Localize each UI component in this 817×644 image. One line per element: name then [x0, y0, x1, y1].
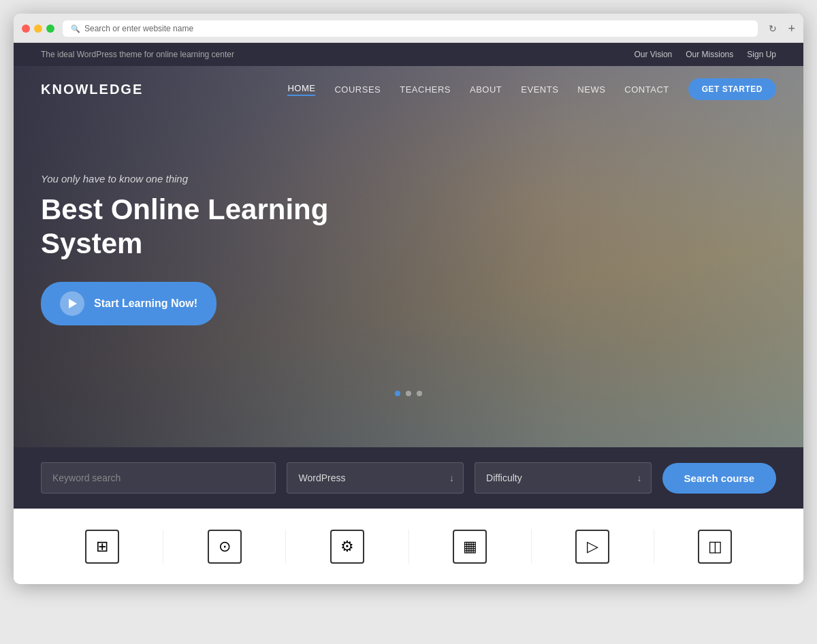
icon-item-4[interactable]: ▦ — [409, 530, 532, 564]
our-missions-link[interactable]: Our Missions — [686, 50, 733, 59]
category-icon-4: ▦ — [453, 530, 487, 564]
our-vision-link[interactable]: Our Vision — [634, 50, 672, 59]
nav-courses[interactable]: COURSES — [334, 84, 381, 95]
hero-cta-label: Start Learning Now! — [94, 297, 197, 310]
dot-1[interactable] — [395, 391, 400, 396]
dot-2[interactable] — [406, 391, 411, 396]
hero-title: Best Online Learning System — [41, 193, 422, 261]
maximize-button[interactable] — [46, 25, 54, 33]
minimize-button[interactable] — [34, 25, 42, 33]
nav-home[interactable]: HOME — [287, 83, 315, 96]
nav-news[interactable]: NEWS — [577, 84, 605, 95]
top-bar: The ideal WordPress theme for online lea… — [14, 43, 803, 66]
dot-3[interactable] — [417, 391, 422, 396]
nav-contact[interactable]: CONTACT — [624, 84, 669, 95]
category-icon-5: ▷ — [575, 530, 609, 564]
search-icon: 🔍 — [71, 25, 80, 33]
hero-content: You only have to know one thing Best Onl… — [41, 173, 422, 325]
hero-section: KNOWLEDGE HOME COURSES TEACHERS ABOUT EV… — [14, 66, 803, 447]
sign-up-link[interactable]: Sign Up — [747, 50, 776, 59]
close-button[interactable] — [22, 25, 30, 33]
nav-teachers[interactable]: TEACHERS — [400, 84, 451, 95]
icon-item-1[interactable]: ⊞ — [41, 530, 163, 564]
play-icon — [60, 291, 84, 316]
browser-window: 🔍 Search or enter website name ↻ + The i… — [14, 14, 803, 584]
icon-item-6[interactable]: ◫ — [654, 530, 776, 564]
icon-item-5[interactable]: ▷ — [532, 530, 654, 564]
start-learning-button[interactable]: Start Learning Now! — [41, 282, 217, 325]
nav-about[interactable]: ABOUT — [470, 84, 502, 95]
difficulty-select[interactable]: Difficulty Beginner Intermediate Advance… — [475, 462, 652, 494]
address-bar[interactable]: 🔍 Search or enter website name — [63, 20, 758, 37]
hero-subtitle: You only have to know one thing — [41, 173, 422, 184]
main-nav: KNOWLEDGE HOME COURSES TEACHERS ABOUT EV… — [14, 66, 803, 112]
website: The ideal WordPress theme for online lea… — [14, 43, 803, 584]
difficulty-select-wrapper: Difficulty Beginner Intermediate Advance… — [475, 462, 652, 494]
search-bar: WordPress Design Development Marketing ↓… — [14, 447, 803, 509]
address-text: Search or enter website name — [84, 24, 193, 33]
icon-item-2[interactable]: ⊙ — [163, 530, 286, 564]
icon-bar: ⊞ ⊙ ⚙ ▦ ▷ ◫ — [14, 509, 803, 584]
top-bar-links: Our Vision Our Missions Sign Up — [634, 50, 776, 59]
site-logo[interactable]: KNOWLEDGE — [41, 82, 143, 97]
keyword-search-input[interactable] — [41, 462, 276, 494]
nav-events[interactable]: EVENTS — [521, 84, 558, 95]
category-icon-3: ⚙ — [330, 530, 364, 564]
reload-button[interactable]: ↻ — [769, 23, 777, 34]
new-tab-button[interactable]: + — [788, 22, 795, 36]
traffic-lights — [22, 25, 54, 33]
category-icon-2: ⊙ — [208, 530, 242, 564]
slider-dots — [395, 391, 422, 396]
nav-links: HOME COURSES TEACHERS ABOUT EVENTS NEWS … — [287, 78, 776, 100]
category-icon-6: ◫ — [698, 530, 732, 564]
tagline: The ideal WordPress theme for online lea… — [41, 50, 234, 59]
category-icon-1: ⊞ — [85, 530, 119, 564]
get-started-button[interactable]: GET STARTED — [688, 78, 776, 100]
search-course-button[interactable]: Search course — [662, 463, 776, 494]
icon-item-3[interactable]: ⚙ — [286, 530, 408, 564]
browser-chrome: 🔍 Search or enter website name ↻ + — [14, 14, 803, 43]
category-select-wrapper: WordPress Design Development Marketing ↓ — [287, 462, 464, 494]
category-select[interactable]: WordPress Design Development Marketing — [287, 462, 464, 494]
